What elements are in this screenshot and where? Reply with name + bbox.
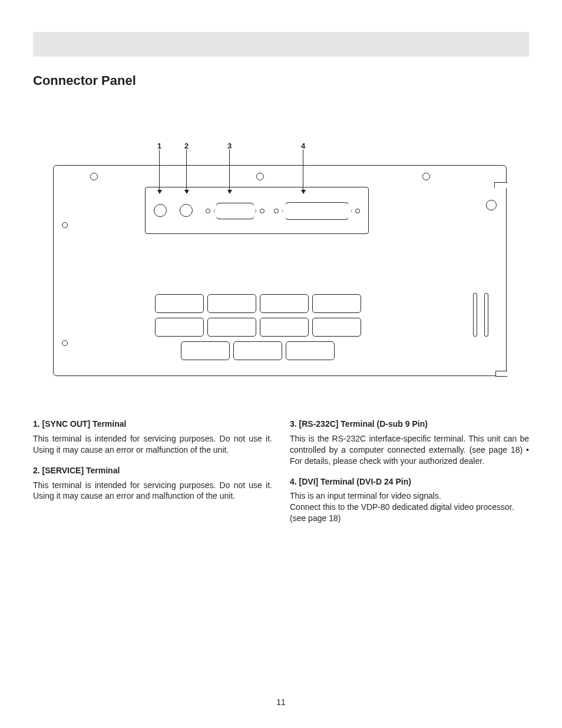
- vent-icon: [155, 318, 204, 337]
- item-4-body: This is an input terminal for video sign…: [290, 490, 529, 524]
- sync-out-terminal-icon: [154, 204, 167, 217]
- item-3-body: This is the RS-232C interface-specific t…: [290, 433, 529, 467]
- screw-icon: [422, 173, 430, 180]
- vent-icon: [312, 294, 361, 313]
- panel-outline: [53, 165, 507, 376]
- section-title: Connector Panel: [33, 73, 136, 88]
- callout-3: 3: [227, 141, 232, 150]
- item-4-line1: This is an input terminal for video sign…: [290, 491, 441, 500]
- item-4-line2: Connect this to the VDP-80 dedicated dig…: [290, 502, 514, 512]
- slot-icon: [473, 293, 488, 337]
- right-column: 3. [RS-232C] Terminal (D-sub 9 Pin) This…: [290, 416, 529, 533]
- item-2-heading: 2. [SERVICE] Terminal: [33, 465, 272, 476]
- description-columns: 1. [SYNC OUT] Terminal This terminal is …: [33, 416, 529, 533]
- callout-4: 4: [301, 141, 305, 150]
- vent-grid: [155, 294, 361, 365]
- vent-icon: [207, 294, 256, 313]
- connector-plate: [145, 187, 369, 234]
- item-2-body: This terminal is intended for servicing …: [33, 480, 272, 502]
- vent-icon: [181, 341, 230, 360]
- callout-1: 1: [157, 141, 161, 150]
- connector-panel-diagram: 1 2 3 4: [53, 141, 507, 376]
- notch-icon: [495, 371, 507, 377]
- vent-icon: [312, 318, 361, 337]
- screw-icon: [256, 173, 264, 180]
- screw-icon: [62, 222, 68, 228]
- hole-icon: [486, 200, 497, 210]
- item-4-line3: (see page 18): [290, 513, 340, 523]
- vent-icon: [207, 318, 256, 337]
- service-terminal-icon: [180, 204, 193, 217]
- item-4-heading: 4. [DVI] Terminal (DVI-D 24 Pin): [290, 476, 529, 487]
- rs232c-terminal-icon: [214, 203, 256, 219]
- callout-2: 2: [184, 141, 189, 150]
- vent-icon: [286, 341, 335, 360]
- vent-icon: [260, 318, 309, 337]
- left-column: 1. [SYNC OUT] Terminal This terminal is …: [33, 416, 272, 533]
- vent-icon: [260, 294, 309, 313]
- item-1-heading: 1. [SYNC OUT] Terminal: [33, 419, 272, 430]
- screw-icon: [90, 173, 98, 180]
- page-number: 11: [0, 697, 562, 707]
- dvi-terminal-icon: [282, 202, 352, 220]
- vent-icon: [233, 341, 282, 360]
- item-1-body: This terminal is intended for servicing …: [33, 433, 272, 456]
- item-3-heading: 3. [RS-232C] Terminal (D-sub 9 Pin): [290, 419, 529, 430]
- screw-icon: [62, 340, 68, 346]
- header-band: [33, 32, 529, 57]
- vent-icon: [155, 294, 204, 313]
- notch-icon: [494, 182, 507, 188]
